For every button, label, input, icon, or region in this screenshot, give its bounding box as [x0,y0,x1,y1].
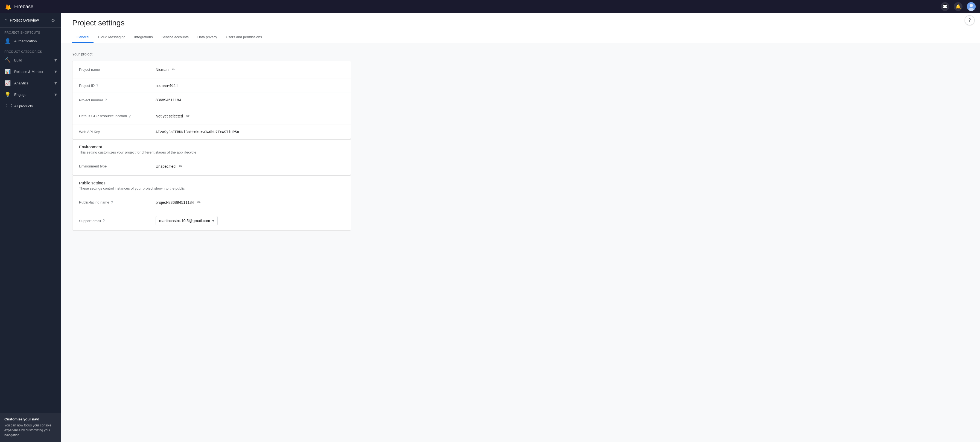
build-label: Build [14,58,51,62]
avatar[interactable] [967,2,975,11]
support-email-selected: martincastro.10.5@gmail.com [159,219,210,223]
public-settings-title: Public settings [79,181,344,185]
environment-card: Environment This setting customizes your… [72,139,351,175]
sidebar-project: ⌂ Project Overview ⚙ [0,13,61,28]
project-number-row: Project number ? 836894511184 [72,93,351,107]
project-info-card: Project name Nisman ✏ Project ID ? nisma… [72,61,351,139]
environment-type-value: Unspecified ✏ [156,163,344,170]
content-body: Your project Project name Nisman ✏ Proje… [61,43,362,239]
project-id-value: nisman-464ff [156,83,344,88]
categories-section-label: Product categories [0,47,61,54]
topbar: Firebase 💬 🔔 [0,0,980,13]
page-title: Project settings [72,19,969,27]
engage-label: Engage [14,93,51,97]
default-gcp-value: Not yet selected ✏ [156,112,344,120]
project-settings-gear-btn[interactable]: ⚙ [49,16,57,24]
project-id-label: Project ID ? [79,83,156,88]
default-gcp-label: Default GCP resource location ? [79,114,156,118]
analytics-label: Analytics [14,81,51,85]
logo: Firebase [5,3,940,10]
release-monitor-icon: 📊 [5,68,11,74]
support-email-help-icon[interactable]: ? [103,219,105,223]
shortcuts-section-label: Project shortcuts [0,28,61,35]
tab-cloud-messaging[interactable]: Cloud Messaging [94,32,130,43]
build-icon: 🔨 [5,57,11,63]
content-header: Project settings General Cloud Messaging… [61,13,980,43]
app-name: Firebase [14,4,33,10]
project-id-help-icon[interactable]: ? [96,83,99,88]
support-email-value: martincastro.10.5@gmail.com ▾ [156,216,344,225]
project-name-row: Project name Nisman ✏ [72,61,351,78]
authentication-icon: 👤 [5,38,11,44]
engage-chevron-icon: ▾ [54,92,57,98]
public-settings-card: Public settings These settings control i… [72,175,351,231]
all-products-icon: ⋮⋮ [5,103,11,109]
environment-header: Environment This setting customizes your… [72,139,351,158]
tab-service-accounts[interactable]: Service accounts [157,32,193,43]
svg-point-1 [970,4,973,7]
main-content: Project settings General Cloud Messaging… [61,13,980,442]
main-layout: ⌂ Project Overview ⚙ Project shortcuts 👤… [0,13,980,442]
analytics-chevron-icon: ▾ [54,80,57,86]
topbar-actions: 💬 🔔 [940,2,975,11]
sidebar-item-release-monitor[interactable]: 📊 Release & Monitor ▾ [0,66,61,77]
your-project-label: Your project [72,52,351,56]
project-id-row: Project ID ? nisman-464ff [72,78,351,93]
web-api-key-row: Web API Key AIzaSyBnEERUNiBattmkurwJw0bU… [72,125,351,139]
public-settings-header: Public settings These settings control i… [72,176,351,194]
web-api-key-value: AIzaSyBnEERUNiBattmkurwJw0bU7TcWSTiHP5o [156,130,344,134]
sidebar-customize-promo: Customize your nav! You can now focus yo… [0,413,61,442]
public-name-value: project-836894511184 ✏ [156,199,344,206]
sidebar-item-engage[interactable]: 💡 Engage ▾ [0,89,61,100]
default-gcp-edit-icon[interactable]: ✏ [185,112,191,120]
project-number-help-icon[interactable]: ? [105,98,107,102]
environment-title: Environment [79,144,344,149]
home-icon: ⌂ [5,17,8,24]
web-api-key-label: Web API Key [79,130,156,134]
tab-integrations[interactable]: Integrations [130,32,157,43]
build-chevron-icon: ▾ [54,57,57,63]
project-name-value: Nisman ✏ [156,66,344,73]
chat-icon-btn[interactable]: 💬 [940,2,950,11]
tab-data-privacy[interactable]: Data privacy [193,32,221,43]
sidebar: ⌂ Project Overview ⚙ Project shortcuts 👤… [0,13,61,442]
project-id-highlighted: nisman-464ff [156,83,178,88]
avatar-image [967,2,975,11]
project-overview-label: Project Overview [10,18,47,22]
default-gcp-help-icon[interactable]: ? [129,114,131,118]
authentication-label: Authentication [14,39,57,43]
support-email-select[interactable]: martincastro.10.5@gmail.com ▾ [156,216,218,225]
support-email-label: Support email ? [79,219,156,223]
project-name-label: Project name [79,68,156,71]
tab-general[interactable]: General [72,32,94,43]
sidebar-item-analytics[interactable]: 📈 Analytics ▾ [0,77,61,89]
sidebar-item-authentication[interactable]: 👤 Authentication [0,35,61,47]
project-overview-row[interactable]: ⌂ Project Overview ⚙ [5,16,57,24]
project-number-label: Project number ? [79,98,156,102]
environment-type-row: Environment type Unspecified ✏ [72,158,351,175]
public-name-help-icon[interactable]: ? [111,200,113,204]
support-email-row: Support email ? martincastro.10.5@gmail.… [72,211,351,230]
bell-icon: 🔔 [955,4,961,9]
analytics-icon: 📈 [5,80,11,86]
firebase-logo-icon [5,3,12,10]
environment-edit-icon[interactable]: ✏ [178,163,183,170]
environment-description: This setting customizes your project for… [79,150,344,157]
notifications-icon-btn[interactable]: 🔔 [954,2,963,11]
release-chevron-icon: ▾ [54,68,57,74]
project-name-edit-icon[interactable]: ✏ [170,66,177,73]
sidebar-item-build[interactable]: 🔨 Build ▾ [0,54,61,66]
public-name-edit-icon[interactable]: ✏ [196,199,202,206]
help-button[interactable]: ? [965,15,975,25]
sidebar-item-all-products[interactable]: ⋮⋮ All products [0,100,61,112]
customize-title: Customize your nav! [5,417,57,421]
public-name-row: Public-facing name ? project-83689451118… [72,194,351,211]
environment-type-label: Environment type [79,164,156,168]
chat-icon: 💬 [942,4,948,9]
project-number-value: 836894511184 [156,98,344,102]
public-settings-description: These settings control instances of your… [79,186,344,193]
all-products-label: All products [14,104,57,108]
public-name-label: Public-facing name ? [79,200,156,204]
tab-users-permissions[interactable]: Users and permissions [221,32,266,43]
default-gcp-row: Default GCP resource location ? Not yet … [72,107,351,125]
